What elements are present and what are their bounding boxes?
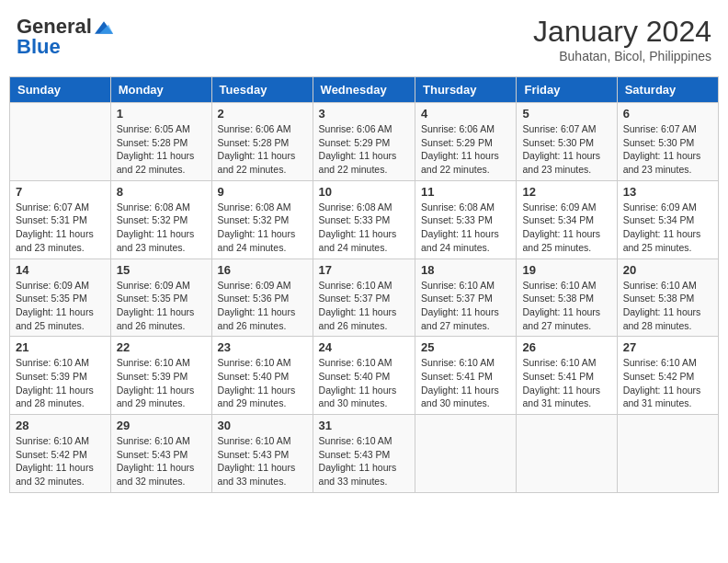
day-number: 12 <box>522 185 610 199</box>
calendar-cell: 6Sunrise: 6:07 AM Sunset: 5:30 PM Daylig… <box>617 103 718 181</box>
calendar-cell: 21Sunrise: 6:10 AM Sunset: 5:39 PM Dayli… <box>10 337 111 415</box>
calendar-cell <box>617 415 718 493</box>
day-info: Sunrise: 6:10 AM Sunset: 5:42 PM Dayligh… <box>623 356 712 410</box>
day-info: Sunrise: 6:08 AM Sunset: 5:32 PM Dayligh… <box>117 201 206 255</box>
day-number: 2 <box>218 107 307 121</box>
calendar-cell: 30Sunrise: 6:10 AM Sunset: 5:43 PM Dayli… <box>211 415 313 493</box>
day-info: Sunrise: 6:09 AM Sunset: 5:35 PM Dayligh… <box>16 279 105 333</box>
day-number: 1 <box>117 107 206 121</box>
page-header: General Blue January 2024 Buhatan, Bicol… <box>9 9 719 69</box>
day-number: 22 <box>117 340 206 354</box>
day-number: 11 <box>421 185 510 199</box>
calendar-table: SundayMondayTuesdayWednesdayThursdayFrid… <box>9 76 719 493</box>
day-number: 3 <box>319 107 409 121</box>
calendar-cell: 24Sunrise: 6:10 AM Sunset: 5:40 PM Dayli… <box>313 337 415 415</box>
day-number: 13 <box>623 185 712 199</box>
day-info: Sunrise: 6:07 AM Sunset: 5:30 PM Dayligh… <box>623 122 712 177</box>
calendar-cell: 3Sunrise: 6:06 AM Sunset: 5:29 PM Daylig… <box>313 103 415 181</box>
day-number: 10 <box>319 185 409 199</box>
day-info: Sunrise: 6:10 AM Sunset: 5:40 PM Dayligh… <box>218 356 307 410</box>
day-number: 30 <box>218 419 307 432</box>
logo: General Blue <box>17 15 113 59</box>
calendar-cell: 25Sunrise: 6:10 AM Sunset: 5:41 PM Dayli… <box>415 337 517 415</box>
day-info: Sunrise: 6:09 AM Sunset: 5:35 PM Dayligh… <box>117 279 206 333</box>
day-info: Sunrise: 6:06 AM Sunset: 5:29 PM Dayligh… <box>421 122 510 177</box>
weekday-thursday: Thursday <box>415 77 517 103</box>
day-number: 25 <box>421 340 510 354</box>
day-number: 18 <box>421 263 510 277</box>
calendar-week-5: 28Sunrise: 6:10 AM Sunset: 5:42 PM Dayli… <box>10 415 719 493</box>
day-number: 29 <box>117 419 206 432</box>
calendar-cell: 8Sunrise: 6:08 AM Sunset: 5:32 PM Daylig… <box>110 180 211 259</box>
day-info: Sunrise: 6:09 AM Sunset: 5:34 PM Dayligh… <box>522 201 610 255</box>
calendar-cell: 20Sunrise: 6:10 AM Sunset: 5:38 PM Dayli… <box>617 259 718 337</box>
weekday-sunday: Sunday <box>10 77 111 103</box>
day-info: Sunrise: 6:09 AM Sunset: 5:34 PM Dayligh… <box>623 201 712 255</box>
calendar-cell <box>10 103 111 181</box>
day-info: Sunrise: 6:06 AM Sunset: 5:28 PM Dayligh… <box>218 122 307 177</box>
day-info: Sunrise: 6:10 AM Sunset: 5:41 PM Dayligh… <box>522 356 610 410</box>
day-info: Sunrise: 6:10 AM Sunset: 5:39 PM Dayligh… <box>117 356 206 410</box>
weekday-header-row: SundayMondayTuesdayWednesdayThursdayFrid… <box>10 77 719 103</box>
calendar-week-3: 14Sunrise: 6:09 AM Sunset: 5:35 PM Dayli… <box>10 259 719 337</box>
calendar-cell: 4Sunrise: 6:06 AM Sunset: 5:29 PM Daylig… <box>415 103 517 181</box>
calendar-cell: 17Sunrise: 6:10 AM Sunset: 5:37 PM Dayli… <box>313 259 415 337</box>
calendar-cell: 16Sunrise: 6:09 AM Sunset: 5:36 PM Dayli… <box>211 259 313 337</box>
day-number: 19 <box>522 263 610 277</box>
day-number: 21 <box>16 340 105 354</box>
calendar-cell: 11Sunrise: 6:08 AM Sunset: 5:33 PM Dayli… <box>415 180 517 259</box>
calendar-cell: 2Sunrise: 6:06 AM Sunset: 5:28 PM Daylig… <box>211 103 313 181</box>
day-info: Sunrise: 6:10 AM Sunset: 5:43 PM Dayligh… <box>319 434 409 488</box>
calendar-cell: 9Sunrise: 6:08 AM Sunset: 5:32 PM Daylig… <box>211 180 313 259</box>
day-number: 24 <box>319 340 409 354</box>
day-info: Sunrise: 6:08 AM Sunset: 5:32 PM Dayligh… <box>218 201 307 255</box>
calendar-cell: 26Sunrise: 6:10 AM Sunset: 5:41 PM Dayli… <box>517 337 617 415</box>
calendar-cell: 1Sunrise: 6:05 AM Sunset: 5:28 PM Daylig… <box>110 103 211 181</box>
day-info: Sunrise: 6:10 AM Sunset: 5:37 PM Dayligh… <box>319 279 409 333</box>
day-number: 20 <box>623 263 712 277</box>
calendar-cell: 22Sunrise: 6:10 AM Sunset: 5:39 PM Dayli… <box>110 337 211 415</box>
location: Buhatan, Bicol, Philippines <box>533 49 711 63</box>
calendar-week-2: 7Sunrise: 6:07 AM Sunset: 5:31 PM Daylig… <box>10 180 719 259</box>
day-number: 9 <box>218 185 307 199</box>
day-number: 8 <box>117 185 206 199</box>
calendar-cell: 14Sunrise: 6:09 AM Sunset: 5:35 PM Dayli… <box>10 259 111 337</box>
weekday-monday: Monday <box>110 77 211 103</box>
day-info: Sunrise: 6:10 AM Sunset: 5:37 PM Dayligh… <box>421 279 510 333</box>
calendar-cell: 29Sunrise: 6:10 AM Sunset: 5:43 PM Dayli… <box>110 415 211 493</box>
month-title: January 2024 <box>533 15 711 49</box>
day-info: Sunrise: 6:08 AM Sunset: 5:33 PM Dayligh… <box>421 201 510 255</box>
calendar-cell: 28Sunrise: 6:10 AM Sunset: 5:42 PM Dayli… <box>10 415 111 493</box>
day-number: 5 <box>522 107 610 121</box>
calendar-cell: 12Sunrise: 6:09 AM Sunset: 5:34 PM Dayli… <box>517 180 617 259</box>
weekday-friday: Friday <box>517 77 617 103</box>
calendar-cell: 13Sunrise: 6:09 AM Sunset: 5:34 PM Dayli… <box>617 180 718 259</box>
day-info: Sunrise: 6:10 AM Sunset: 5:42 PM Dayligh… <box>16 434 105 488</box>
day-info: Sunrise: 6:10 AM Sunset: 5:43 PM Dayligh… <box>117 434 206 488</box>
day-info: Sunrise: 6:10 AM Sunset: 5:41 PM Dayligh… <box>421 356 510 410</box>
day-info: Sunrise: 6:06 AM Sunset: 5:29 PM Dayligh… <box>319 122 409 177</box>
day-number: 4 <box>421 107 510 121</box>
day-number: 26 <box>522 340 610 354</box>
logo-blue-text: Blue <box>17 35 61 59</box>
calendar-cell: 23Sunrise: 6:10 AM Sunset: 5:40 PM Dayli… <box>211 337 313 415</box>
calendar-cell: 27Sunrise: 6:10 AM Sunset: 5:42 PM Dayli… <box>617 337 718 415</box>
calendar-cell: 5Sunrise: 6:07 AM Sunset: 5:30 PM Daylig… <box>517 103 617 181</box>
weekday-tuesday: Tuesday <box>211 77 313 103</box>
calendar-cell <box>415 415 517 493</box>
logo-icon <box>95 21 113 34</box>
day-info: Sunrise: 6:10 AM Sunset: 5:38 PM Dayligh… <box>522 279 610 333</box>
calendar-cell: 18Sunrise: 6:10 AM Sunset: 5:37 PM Dayli… <box>415 259 517 337</box>
day-number: 31 <box>319 419 409 432</box>
calendar-week-1: 1Sunrise: 6:05 AM Sunset: 5:28 PM Daylig… <box>10 103 719 181</box>
day-number: 17 <box>319 263 409 277</box>
calendar-cell: 7Sunrise: 6:07 AM Sunset: 5:31 PM Daylig… <box>10 180 111 259</box>
day-info: Sunrise: 6:10 AM Sunset: 5:43 PM Dayligh… <box>218 434 307 488</box>
day-info: Sunrise: 6:10 AM Sunset: 5:38 PM Dayligh… <box>623 279 712 333</box>
day-info: Sunrise: 6:07 AM Sunset: 5:31 PM Dayligh… <box>16 201 105 255</box>
day-number: 7 <box>16 185 105 199</box>
title-area: January 2024 Buhatan, Bicol, Philippines <box>533 15 711 63</box>
day-number: 28 <box>16 419 105 432</box>
day-info: Sunrise: 6:07 AM Sunset: 5:30 PM Dayligh… <box>522 122 610 177</box>
day-info: Sunrise: 6:08 AM Sunset: 5:33 PM Dayligh… <box>319 201 409 255</box>
